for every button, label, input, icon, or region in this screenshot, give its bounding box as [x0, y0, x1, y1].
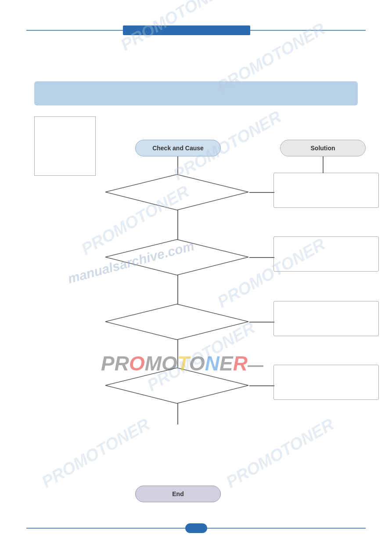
solution-pill: Solution [280, 140, 366, 156]
header-bar [123, 25, 250, 35]
diamond-3 [104, 303, 249, 341]
check-cause-pill: Check and Cause [135, 140, 221, 156]
end-label: End [172, 490, 183, 497]
h-line-4 [249, 385, 274, 386]
svg-marker-0 [105, 174, 248, 210]
diamond-2 [104, 239, 249, 276]
end-pill: End [135, 486, 221, 502]
h-line-3 [249, 322, 274, 323]
flowchart-container: Check and Cause Solution [34, 114, 358, 511]
svg-marker-1 [105, 239, 248, 275]
h-line-1 [249, 192, 274, 193]
section-banner [34, 81, 358, 105]
solution-box-3 [273, 301, 379, 336]
solution-box-4 [273, 365, 379, 400]
diamond-1 [104, 174, 249, 211]
check-cause-label: Check and Cause [152, 145, 204, 152]
h-line-2 [249, 257, 274, 258]
footer-circle [185, 523, 207, 533]
svg-marker-3 [105, 368, 248, 403]
diamond-4 [104, 367, 249, 404]
solution-label: Solution [311, 145, 335, 152]
svg-marker-2 [105, 304, 248, 340]
solution-box-2 [273, 236, 379, 272]
solution-v-line [323, 156, 324, 173]
solution-box-1 [273, 173, 379, 208]
